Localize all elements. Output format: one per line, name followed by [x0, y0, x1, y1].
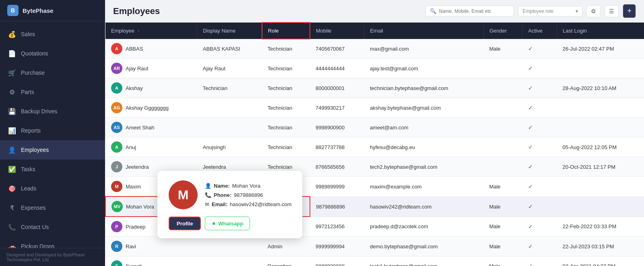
display-name-cell: Technician	[197, 78, 262, 98]
column-header-mobile: Mobile	[310, 23, 364, 39]
gender-cell	[483, 98, 522, 118]
employee-name-cell: AR Ajay Raut	[105, 59, 197, 78]
role-cell: Admin	[262, 237, 310, 256]
sidebar-item-label: Reports	[21, 127, 41, 134]
employee-name-cell: A ABBAS	[105, 39, 197, 59]
table-header-row: Employee ↑Display NameRoleMobileEmailGen…	[105, 23, 644, 39]
active-cell: ✓	[522, 59, 557, 78]
email-cell: tech2.bytephase@gmail.com	[364, 157, 483, 177]
table-row[interactable]: R Ravi Admin9999999994demo.bytephase@gma…	[105, 237, 644, 256]
avatar: P	[111, 221, 122, 232]
role-filter-label: Employee role	[522, 8, 553, 14]
search-icon: 🔍	[430, 8, 436, 14]
employee-name: ABBAS	[126, 46, 143, 52]
check-icon: ✓	[528, 144, 533, 150]
table-row[interactable]: A Anuj AnujsinghTechnician8827737788hyfe…	[105, 137, 644, 157]
sidebar-item-pickup-drops[interactable]: 🚗Pickup Drops	[0, 237, 105, 248]
sidebar-item-purchase[interactable]: 🛒Purchase	[0, 63, 105, 82]
sidebar-item-employees[interactable]: 👤Employees	[0, 140, 105, 160]
table-row[interactable]: AS Ameet Shah Technician9998900900ameet@…	[105, 118, 644, 137]
sidebar-item-label: Parts	[21, 89, 34, 95]
gender-cell	[483, 78, 522, 98]
mobile-cell: 8827737788	[310, 137, 364, 157]
table-row[interactable]: A ABBAS ABBAS KAPASITechnician7405670067…	[105, 39, 644, 59]
display-name-cell	[197, 256, 262, 266]
email-cell: hyfesu@decabg.eu	[364, 137, 483, 157]
sidebar-item-parts[interactable]: ⚙Parts	[0, 82, 105, 102]
page-title: Employees	[113, 6, 160, 16]
add-employee-button[interactable]: +	[623, 4, 636, 18]
employees-icon: 👤	[8, 146, 16, 154]
mobile-cell: 4444444444	[310, 59, 364, 78]
check-icon: ✓	[528, 124, 533, 131]
popup-avatar: M	[169, 180, 198, 209]
logo-icon: B	[7, 5, 19, 16]
email-cell: ameet@am.com	[364, 118, 483, 137]
avatar: AR	[111, 63, 122, 74]
sidebar-item-expenses[interactable]: ₹Expenses	[0, 198, 105, 217]
role-cell: Technician	[262, 59, 310, 78]
list-view-button[interactable]: ☰	[605, 5, 619, 17]
employee-name-cell: AG Akshay Gggggggg	[105, 98, 197, 118]
role-cell: Reception	[262, 256, 310, 266]
gender-cell: Male	[483, 196, 522, 217]
page-header: Employees 🔍 Employee role ▾ ⚙ ☰ +	[105, 0, 644, 22]
column-header-employee: Employee ↑	[105, 23, 197, 39]
last-login-cell: 05-Aug-2022 12:05 PM	[557, 137, 644, 157]
display-name-cell: Anujsingh	[197, 137, 262, 157]
mobile-cell: 9898989898	[310, 256, 364, 266]
active-cell: ✓	[522, 157, 557, 177]
sidebar-item-leads[interactable]: 🎯Leads	[0, 179, 105, 198]
email-cell: demo.bytephase@gmail.com	[364, 237, 483, 256]
email-cell: hasowiv242@ridteam.com	[364, 196, 483, 217]
table-row[interactable]: S Suresh Reception9898989898tech1.byteph…	[105, 256, 644, 266]
sidebar-item-label: Tasks	[21, 166, 35, 172]
column-header-email: Email	[364, 23, 483, 39]
sidebar-item-label: Expenses	[21, 205, 45, 211]
sidebar-item-reports[interactable]: 📊Reports	[0, 121, 105, 140]
employee-name: Suresh	[126, 263, 142, 266]
whatsapp-button[interactable]: ● Whatsapp	[205, 217, 250, 230]
employee-name: Maxim	[126, 184, 141, 190]
table-row[interactable]: A Akshay TechnicianTechnician8000000001t…	[105, 78, 644, 98]
search-input[interactable]	[439, 8, 510, 14]
sidebar-item-contact-us[interactable]: 📞Contact Us	[0, 217, 105, 237]
last-login-cell	[557, 118, 644, 137]
profile-button[interactable]: Profile	[169, 217, 201, 230]
sidebar-item-label: Sales	[21, 31, 35, 37]
column-header-active: Active	[522, 23, 557, 39]
contact-us-icon: 📞	[8, 223, 16, 231]
sidebar-item-quotations[interactable]: 📄Quotations	[0, 44, 105, 63]
check-icon: ✓	[528, 203, 533, 210]
last-login-cell: 22-Feb-2022 03:33 PM	[557, 217, 644, 237]
search-box[interactable]: 🔍	[425, 6, 514, 16]
sidebar-item-label: Leads	[21, 185, 36, 192]
role-filter[interactable]: Employee role ▾	[518, 6, 582, 16]
mobile-cell: 8000000001	[310, 78, 364, 98]
email-cell: technician.bytephase@gmail.com	[364, 78, 483, 98]
avatar: M	[111, 181, 122, 192]
employee-name: Anuj	[126, 144, 136, 150]
active-cell: ✓	[522, 137, 557, 157]
gender-cell	[483, 137, 522, 157]
popup-email-label: Email:	[212, 201, 227, 207]
display-name-cell	[197, 237, 262, 256]
sidebar-item-backup-drives[interactable]: 💾Backup Drives	[0, 102, 105, 121]
settings-button[interactable]: ⚙	[586, 5, 601, 17]
person-icon: 👤	[205, 183, 211, 189]
whatsapp-icon: ●	[212, 220, 216, 227]
popup-name-value: Mohan Vora	[232, 183, 260, 189]
mobile-cell: 9879886896	[310, 196, 364, 217]
column-header-gender: Gender	[483, 23, 522, 39]
table-row[interactable]: AR Ajay Raut Ajay RautTechnician44444444…	[105, 59, 644, 78]
column-header-last-login: Last Login	[557, 23, 644, 39]
last-login-cell: 02-Apr-2021 04:27 PM	[557, 256, 644, 266]
mobile-cell: 9999999994	[310, 237, 364, 256]
sidebar-item-tasks[interactable]: ✅Tasks	[0, 160, 105, 179]
gender-cell	[483, 118, 522, 137]
display-name-cell: Ajay Raut	[197, 59, 262, 78]
avatar: MV	[111, 201, 123, 212]
sidebar-item-sales[interactable]: 💰Sales	[0, 25, 105, 44]
employee-name: Pradeep	[126, 224, 145, 230]
table-row[interactable]: AG Akshay Gggggggg Technician7499930217a…	[105, 98, 644, 118]
